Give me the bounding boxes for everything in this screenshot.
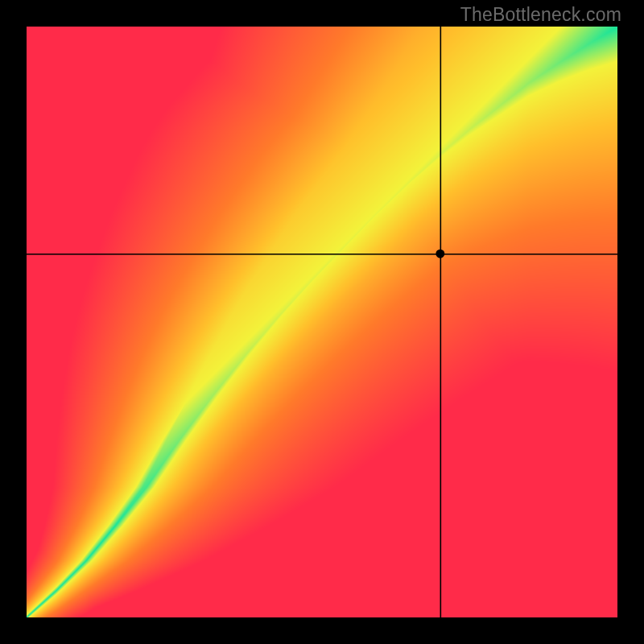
chart-frame: TheBottleneck.com — [0, 0, 644, 644]
bottleneck-heatmap — [27, 27, 617, 617]
watermark-label: TheBottleneck.com — [460, 4, 621, 26]
